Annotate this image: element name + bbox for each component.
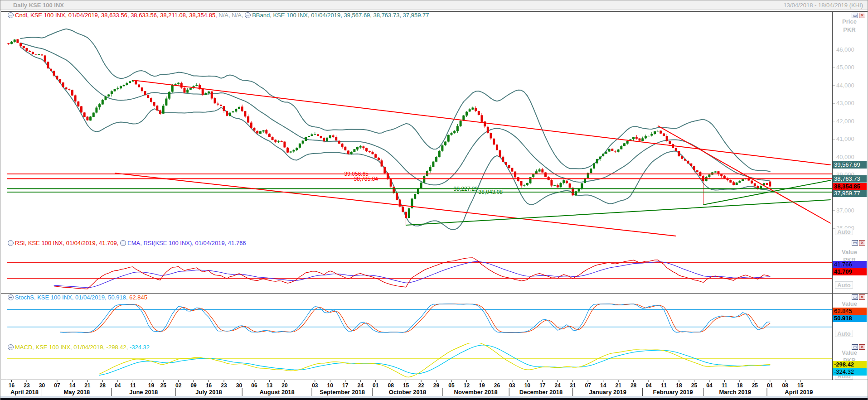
x-tick-label: 26	[489, 382, 504, 389]
value-badge: 41.709	[833, 268, 867, 275]
x-tick-label: 06	[247, 382, 262, 389]
x-tick-label: 11	[125, 382, 141, 389]
pane-border	[1, 239, 868, 239]
axis-title: Value	[832, 349, 867, 356]
price-tick-label: 42,000	[836, 118, 854, 125]
x-tick-label: 05	[444, 382, 459, 389]
window-bottom-border	[0, 398, 868, 400]
price-tick-label: 46,000	[836, 46, 854, 53]
pane-border	[1, 293, 868, 294]
value-badge: 38,354.85	[833, 183, 867, 190]
month-label: January 2019	[589, 389, 626, 395]
x-tick-label: 30	[232, 382, 247, 389]
legend-text: N/A, N/A,	[218, 12, 245, 19]
x-tick-label: 15	[398, 382, 414, 389]
x-tick-label: 28	[95, 382, 110, 389]
x-tick-label: 04	[641, 382, 656, 389]
trend-line[interactable]	[406, 200, 831, 225]
month-label: November 2018	[454, 389, 498, 395]
close-icon[interactable]: ✕	[859, 294, 865, 300]
price-tick-dash	[833, 85, 835, 86]
x-tick-label: 01	[368, 382, 383, 389]
x-tick-label: 11	[717, 382, 732, 389]
price-tick-dash	[833, 210, 835, 211]
x-tick-label: 03	[504, 382, 520, 389]
x-tick-label: 07	[580, 382, 596, 389]
legend-text: BBand, KSE 100 INX, 01/04/2019, 39,567.6…	[252, 12, 429, 19]
x-tick-label: 16	[201, 382, 217, 389]
month-label: March 2019	[719, 389, 751, 395]
axis-title: Value	[832, 300, 867, 307]
bollinger-upper-line	[21, 29, 770, 172]
price-tick-label: 40,000	[836, 154, 854, 160]
price-tick-label: 45,000	[836, 64, 854, 71]
axis-title: Price	[832, 18, 867, 25]
trend-line[interactable]	[115, 173, 676, 236]
rsi-pane-legend: RSI, KSE 100 INX, 01/04/2019, 41.709, EM…	[8, 240, 246, 246]
auto-button[interactable]: Auto	[835, 281, 853, 289]
x-tick-label: 04	[702, 382, 717, 389]
month-label: August 2018	[260, 389, 295, 395]
legend-collapse-icon[interactable]	[8, 294, 14, 300]
x-tick-label: 13	[262, 382, 277, 389]
value-badge: 41.766	[833, 261, 867, 268]
value-badge: 50.918	[833, 315, 867, 322]
x-tick-label: 19	[474, 382, 490, 389]
x-tick-label: 15	[793, 382, 808, 389]
legend-text: 62.845	[129, 294, 147, 301]
x-tick-label: 22	[413, 382, 429, 389]
trend-line[interactable]	[133, 80, 830, 165]
x-tick-label: 17	[535, 382, 550, 389]
month-label: April 2018	[10, 389, 39, 395]
month-label: October 2018	[389, 389, 426, 395]
chart-window: Daily KSE 100 INX 13/04/2018 - 18/04/201…	[0, 0, 868, 400]
x-tick-label: 10	[322, 382, 338, 389]
minimize-icon[interactable]: ▭	[852, 240, 858, 246]
x-tick-label: 18	[732, 382, 747, 389]
x-tick-label: 01	[762, 382, 778, 389]
value-badge: 38,763.73	[833, 175, 867, 183]
chart-surface[interactable]	[0, 0, 868, 400]
x-tick-label: 24	[550, 382, 565, 389]
close-icon[interactable]: ✕	[859, 240, 865, 246]
x-tick-label: 12	[459, 382, 474, 389]
month-label: December 2018	[519, 389, 563, 395]
auto-button[interactable]: Auto	[835, 228, 853, 235]
close-icon[interactable]: ✕	[859, 13, 865, 18]
candles-layer	[7, 39, 771, 218]
x-tick-label: 10	[519, 382, 535, 389]
x-tick-label: 04	[110, 382, 126, 389]
close-icon[interactable]: ✕	[859, 344, 865, 350]
x-tick-label: 21	[80, 382, 95, 389]
minimize-icon[interactable]: ▭	[852, 294, 858, 300]
x-tick-label: 17	[338, 382, 353, 389]
x-tick-label: 02	[171, 382, 186, 389]
legend-text: Cndl, KSE 100 INX, 01/04/2019, 38,633.56…	[15, 12, 218, 19]
legend-collapse-icon[interactable]	[245, 12, 251, 18]
level-line-label: 38,043.08	[479, 189, 503, 195]
bollinger-lower-line	[21, 48, 770, 230]
month-label: June 2018	[129, 389, 158, 395]
x-tick-label: 14	[64, 382, 80, 389]
value-badge: 37,959.77	[833, 190, 867, 197]
level-line-label: 38,785.84	[354, 176, 378, 182]
axis-title: Value	[832, 249, 867, 255]
x-tick-label: 09	[186, 382, 201, 389]
legend-collapse-icon[interactable]	[8, 344, 14, 350]
x-tick-label: 24	[353, 382, 368, 389]
price-tick-dash	[833, 67, 835, 68]
minimize-icon[interactable]: ▭	[852, 13, 858, 18]
rsi-ema-line	[54, 261, 770, 288]
auto-button[interactable]: Auto	[835, 330, 853, 337]
value-badge: 39,567.69	[833, 161, 867, 169]
price-tick-label: 41,000	[836, 135, 854, 142]
month-label: September 2018	[320, 389, 365, 395]
month-label: July 2018	[195, 389, 222, 395]
legend-collapse-icon[interactable]	[8, 240, 14, 246]
macd-line	[100, 342, 770, 377]
legend-collapse-icon[interactable]	[8, 12, 14, 18]
legend-collapse-icon[interactable]	[120, 240, 126, 246]
legend-text: EMA, RSI(KSE 100 INX), 01/04/2019, 41.76…	[127, 240, 246, 246]
minimize-icon[interactable]: ▭	[852, 344, 858, 350]
price-tick-dash	[833, 157, 835, 157]
